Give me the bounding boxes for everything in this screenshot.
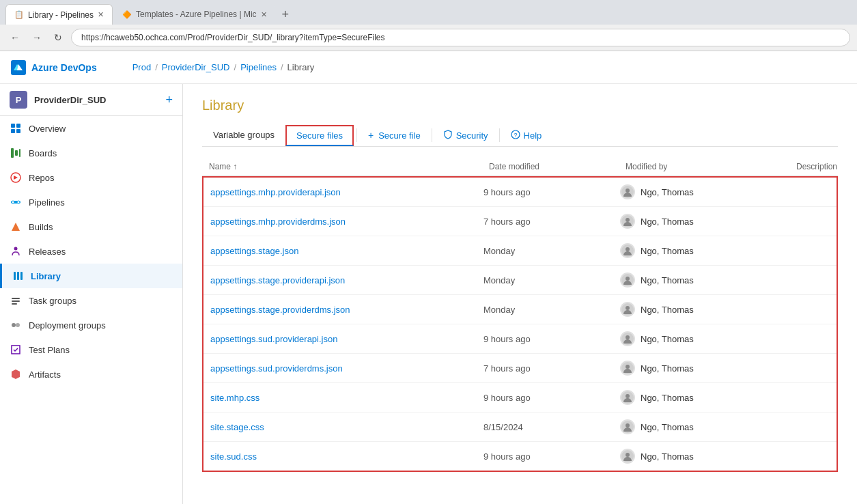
table-row[interactable]: appsettings.mhp.providerapi.json 9 hours… xyxy=(203,178,837,207)
user-name: Ngo, Thomas xyxy=(641,305,694,315)
sidebar-item-testplans[interactable]: Test Plans xyxy=(0,337,182,362)
tab-favicon-1: 📋 xyxy=(14,10,24,19)
sidebar-deploygroups-label: Deployment groups xyxy=(29,320,106,331)
url-box[interactable]: https://hcaweb50.ochca.com/Prod/Provider… xyxy=(71,29,850,46)
boards-icon xyxy=(10,147,22,159)
col-header-date: Date modified xyxy=(489,162,626,171)
security-button[interactable]: Security xyxy=(435,126,496,145)
tab-divider xyxy=(356,128,357,142)
sidebar-item-pipelines[interactable]: Pipelines xyxy=(0,190,182,214)
tab-library[interactable]: 📋 Library - Pipelines ✕ xyxy=(5,4,113,25)
refresh-button[interactable]: ↻ xyxy=(51,31,66,44)
svg-point-19 xyxy=(12,323,16,327)
file-name[interactable]: appsettings.stage.providerdms.json xyxy=(210,305,483,315)
user-avatar xyxy=(620,214,635,229)
sidebar-builds-label: Builds xyxy=(29,222,53,232)
browser-chrome: 📋 Library - Pipelines ✕ 🔶 Templates - Az… xyxy=(0,0,857,51)
tab-secure-files-label: Secure files xyxy=(296,130,343,141)
table-row[interactable]: appsettings.stage.providerdms.json Monda… xyxy=(203,295,837,324)
builds-icon xyxy=(10,221,22,233)
tab-label-1: Library - Pipelines xyxy=(28,10,94,20)
breadcrumb-library: Library xyxy=(287,62,315,72)
col-header-name[interactable]: Name ↑ xyxy=(202,162,489,171)
file-name[interactable]: site.stage.css xyxy=(210,422,483,432)
tab-variable-groups-label: Variable groups xyxy=(213,130,275,140)
add-secure-file-button[interactable]: + Secure file xyxy=(360,126,429,145)
add-secure-file-icon: + xyxy=(368,130,374,141)
breadcrumb-pipelines[interactable]: Pipelines xyxy=(240,62,277,72)
sidebar-item-releases[interactable]: Releases xyxy=(0,239,182,264)
top-bar: Azure DevOps Prod / ProviderDir_SUD / Pi… xyxy=(0,51,857,84)
col-header-modified-by: Modified by xyxy=(626,162,796,171)
user-name: Ngo, Thomas xyxy=(641,393,694,403)
file-name[interactable]: appsettings.stage.json xyxy=(210,246,483,256)
overview-icon xyxy=(10,122,22,135)
svg-rect-13 xyxy=(14,272,16,280)
sidebar-item-deploygroups[interactable]: Deployment groups xyxy=(0,313,182,337)
tab-secure-files[interactable]: Secure files xyxy=(285,125,354,146)
user-name: Ngo, Thomas xyxy=(641,451,694,462)
user-avatar xyxy=(620,184,635,199)
sidebar-testplans-label: Test Plans xyxy=(29,345,70,355)
table-row[interactable]: site.stage.css 8/15/2024 Ngo, Thomas xyxy=(203,412,837,442)
file-name[interactable]: appsettings.sud.providerapi.json xyxy=(210,334,483,344)
svg-point-36 xyxy=(626,365,630,369)
azure-devops-logo[interactable]: Azure DevOps xyxy=(11,60,97,75)
security-label: Security xyxy=(456,130,488,141)
sidebar-item-taskgroups[interactable]: Task groups xyxy=(0,288,182,313)
back-button[interactable]: ← xyxy=(7,31,23,44)
new-tab-button[interactable]: + xyxy=(277,8,295,22)
user-avatar xyxy=(620,272,635,288)
user-name: Ngo, Thomas xyxy=(641,334,694,344)
user-avatar xyxy=(620,419,635,434)
sidebar-item-library[interactable]: Library xyxy=(0,264,182,288)
file-date: 9 hours ago xyxy=(483,334,620,344)
tab-close-1[interactable]: ✕ xyxy=(98,10,104,19)
security-icon xyxy=(443,130,453,141)
help-button[interactable]: ? Help xyxy=(503,126,550,145)
table-row[interactable]: site.mhp.css 9 hours ago Ngo, Thomas xyxy=(203,383,837,412)
svg-rect-2 xyxy=(16,124,20,128)
table-row[interactable]: appsettings.sud.providerdms.json 7 hours… xyxy=(203,354,837,383)
sidebar-releases-label: Releases xyxy=(29,247,66,257)
tab-close-2[interactable]: ✕ xyxy=(261,10,267,19)
table-row[interactable]: appsettings.stage.providerapi.json Monda… xyxy=(203,266,837,295)
sidebar-item-overview[interactable]: Overview xyxy=(0,116,182,141)
file-name[interactable]: appsettings.sud.providerdms.json xyxy=(210,363,483,374)
table-row[interactable]: appsettings.stage.json Monday Ngo, Thoma… xyxy=(203,236,837,266)
table-header: Name ↑ Date modified Modified by Descrip… xyxy=(202,158,838,176)
file-name[interactable]: site.mhp.css xyxy=(210,393,483,403)
forward-button[interactable]: → xyxy=(29,31,45,44)
file-name[interactable]: appsettings.mhp.providerdms.json xyxy=(210,216,483,227)
main-inner: Library Variable groups Secure files + S… xyxy=(183,84,857,486)
svg-point-28 xyxy=(626,247,630,251)
file-modified-by: Ngo, Thomas xyxy=(620,390,791,405)
table-row[interactable]: appsettings.sud.providerapi.json 9 hours… xyxy=(203,324,837,354)
file-name[interactable]: appsettings.mhp.providerapi.json xyxy=(210,187,483,197)
tab-divider3 xyxy=(499,128,500,142)
sidebar-item-boards[interactable]: Boards xyxy=(0,141,182,165)
svg-rect-1 xyxy=(11,124,15,128)
file-name[interactable]: site.sud.css xyxy=(210,451,483,462)
library-icon xyxy=(12,270,24,282)
add-project-icon[interactable]: + xyxy=(165,93,173,107)
tab-variable-groups[interactable]: Variable groups xyxy=(202,124,285,147)
sidebar-item-artifacts[interactable]: Artifacts xyxy=(0,362,182,387)
help-label: Help xyxy=(524,130,542,141)
sidebar-pipelines-label: Pipelines xyxy=(29,197,65,208)
user-name: Ngo, Thomas xyxy=(641,422,694,432)
table-row[interactable]: appsettings.mhp.providerdms.json 7 hours… xyxy=(203,207,837,236)
tab-templates[interactable]: 🔶 Templates - Azure Pipelines | Mic ✕ xyxy=(114,4,275,25)
table-row[interactable]: site.sud.css 9 hours ago Ngo, Thomas xyxy=(203,442,837,471)
sidebar-item-builds[interactable]: Builds xyxy=(0,214,182,239)
file-date: 7 hours ago xyxy=(483,216,620,227)
file-date: 8/15/2024 xyxy=(483,422,620,432)
breadcrumb-prod[interactable]: Prod xyxy=(132,62,151,72)
org-avatar: P xyxy=(10,91,27,109)
main-content: Library Variable groups Secure files + S… xyxy=(183,84,857,504)
file-name[interactable]: appsettings.stage.providerapi.json xyxy=(210,275,483,285)
releases-icon xyxy=(10,245,22,257)
sidebar-item-repos[interactable]: Repos xyxy=(0,165,182,190)
breadcrumb-providerdir[interactable]: ProviderDir_SUD xyxy=(162,62,230,72)
user-name: Ngo, Thomas xyxy=(641,216,694,227)
